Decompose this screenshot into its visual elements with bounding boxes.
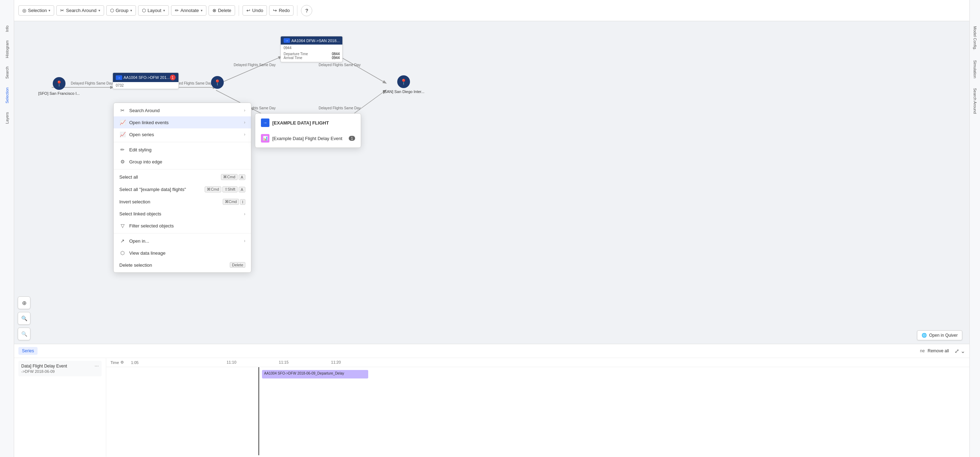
menu-edit-styling-label: Edit styling: [129, 147, 151, 152]
submenu-flight-delay-icon: 📊: [261, 134, 269, 143]
open-series-chevron-icon: ›: [244, 132, 245, 137]
bottom-panel-body: Data] Flight Delay Event ⋯ ->DFW 2018-06…: [14, 358, 969, 457]
search-around-button[interactable]: ✂ Search Around ▾: [56, 5, 104, 16]
sidebar-item-histogram[interactable]: Histogram: [2, 36, 12, 62]
annotate-button[interactable]: ✏ Annotate ▾: [171, 5, 207, 16]
sidebar-item-layers[interactable]: Layers: [2, 108, 12, 128]
menu-item-select-all-type[interactable]: Select all "[example data] flights" ⌘Cmd…: [114, 183, 251, 195]
series-item-menu-icon[interactable]: ⋯: [94, 363, 99, 368]
redo-button[interactable]: ↪ Redo: [269, 5, 293, 16]
menu-view-lineage-label: View data lineage: [129, 251, 165, 256]
sidebar-item-selection[interactable]: Selection: [2, 83, 12, 108]
edge-label-6: Delayed Flights Same Day: [319, 106, 360, 110]
zoom-out-icon: 🔍: [21, 331, 27, 337]
aa1064-node[interactable]: → AA1064 DFW->SAN 2018... 0944 Departure…: [280, 36, 343, 62]
panel-expand-icon[interactable]: ⤢: [955, 348, 959, 354]
menu-divider-1: [114, 142, 251, 142]
selection-label: Selection: [28, 8, 47, 13]
submenu-title-label: [EXAMPLE DATA] FLIGHT: [272, 120, 329, 125]
toolbar: ◎ Selection ▾ ✂ Search Around ▾ ⬡ Group …: [14, 0, 980, 21]
menu-item-group-edge[interactable]: ⚙ Group into edge: [114, 156, 251, 168]
timeline-time-1: 1:05: [131, 360, 138, 365]
zoom-out-button[interactable]: 🔍: [18, 327, 30, 340]
menu-item-select-linked[interactable]: Select linked objects ›: [114, 208, 251, 220]
sfo-marker: 📍: [53, 77, 65, 90]
sidebar-item-search[interactable]: Search: [2, 62, 12, 83]
menu-item-filter-selected[interactable]: ▽ Filter selected objects: [114, 220, 251, 232]
selection-button[interactable]: ◎ Selection ▾: [18, 5, 54, 16]
search-around-menu-icon: ✂: [119, 108, 126, 113]
timeline-time-3: 11:15: [279, 360, 289, 364]
open-quiver-button[interactable]: 🌐 Open in Quiver: [917, 330, 962, 340]
delete-label: Delete: [218, 8, 232, 13]
left-controls: ⊕ 🔍 🔍: [18, 297, 30, 340]
undo-button[interactable]: ↩ Undo: [242, 5, 267, 16]
help-button[interactable]: ?: [301, 5, 312, 16]
layout-chevron-icon: ▾: [163, 8, 165, 13]
select-tool-button[interactable]: ⊕: [18, 297, 30, 309]
submenu-title-icon: →: [261, 119, 269, 127]
sfo-node[interactable]: 📍 [SFO] San Francisco I...: [38, 77, 80, 95]
menu-delete-selection-label: Delete selection: [119, 262, 152, 268]
menu-item-invert-selection[interactable]: Invert selection ⌘Cmd I: [114, 195, 251, 208]
selection-icon: ◎: [22, 8, 26, 13]
menu-item-search-around[interactable]: ✂ Search Around ›: [114, 104, 251, 116]
group-button[interactable]: ⬡ Group ▾: [106, 5, 136, 16]
menu-item-open-series[interactable]: 📈 Open series ›: [114, 129, 251, 140]
submenu-item-flight-delay[interactable]: 📊 [Example Data] Flight Delay Event 1: [255, 130, 361, 146]
menu-divider-2: [114, 169, 251, 170]
submenu-popup: → [EXAMPLE DATA] FLIGHT 📊 [Example Data]…: [255, 113, 361, 148]
series-list-item[interactable]: Data] Flight Delay Event ⋯ ->DFW 2018-06…: [18, 361, 102, 376]
layout-icon: ⬡: [142, 8, 146, 13]
menu-search-around-label: Search Around: [129, 108, 160, 113]
group-chevron-icon: ▾: [130, 8, 132, 13]
series-tab[interactable]: Series: [18, 347, 38, 355]
sfo-label: [SFO] San Francisco I...: [38, 91, 80, 95]
submenu-title: → [EXAMPLE DATA] FLIGHT: [255, 115, 361, 130]
menu-item-open-linked[interactable]: 📈 Open linked events ›: [114, 116, 251, 129]
timeline-body[interactable]: AA1004 SFO->DFW 2018-06-09_Departure_Del…: [106, 367, 969, 455]
menu-item-select-all[interactable]: Select all ⌘Cmd A: [114, 171, 251, 183]
context-menu: ✂ Search Around › 📈 Open linked events ›…: [113, 103, 251, 273]
sidebar-item-info[interactable]: Info: [2, 21, 12, 36]
group-icon: ⬡: [110, 8, 114, 13]
aa1064-sub: 0944: [281, 44, 342, 51]
layout-label: Layout: [148, 8, 161, 13]
select-linked-chevron-icon: ›: [244, 211, 245, 216]
select-tool-icon: ⊕: [22, 300, 27, 306]
aa1064-arr-value: 0944: [332, 56, 339, 60]
open-linked-icon: 📈: [119, 119, 126, 125]
panel-collapse-icon[interactable]: ⌄: [961, 348, 965, 354]
menu-item-view-lineage[interactable]: ⬡ View data lineage: [114, 247, 251, 259]
time-settings-icon[interactable]: ⚙: [120, 360, 124, 365]
sidebar-item-simulation[interactable]: Simulation: [970, 55, 980, 83]
zoom-in-button[interactable]: 🔍: [18, 312, 30, 325]
select-all-shortcut: ⌘Cmd A: [221, 174, 245, 180]
open-in-icon: ↗: [119, 238, 126, 244]
a-key: A: [239, 175, 245, 180]
menu-divider-3: [114, 233, 251, 233]
aa1004-node[interactable]: → AA1004 SFO->DFW 201... 1 0732: [113, 73, 179, 89]
san-label: [SAN] San Diego Inter...: [383, 89, 425, 94]
sidebar-item-search-around[interactable]: Search Around: [970, 83, 980, 119]
san-node[interactable]: 📍 [SAN] San Diego Inter...: [383, 75, 425, 94]
menu-filter-selected-label: Filter selected objects: [129, 223, 174, 228]
a-key-2: A: [239, 187, 245, 192]
delete-button[interactable]: ⊗ Delete: [208, 5, 235, 16]
menu-open-series-label: Open series: [129, 132, 154, 137]
aa1064-dep-label: Departure Time: [283, 52, 308, 56]
timeline-time-4: 11:20: [331, 360, 341, 364]
remove-all-button[interactable]: Remove all: [928, 348, 949, 353]
menu-item-open-in[interactable]: ↗ Open in... ›: [114, 235, 251, 247]
menu-item-edit-styling[interactable]: ✏ Edit styling: [114, 144, 251, 156]
annotate-label: Annotate: [181, 8, 199, 13]
menu-item-delete-selection[interactable]: Delete selection Delete: [114, 259, 251, 271]
mid-node[interactable]: 📍: [211, 76, 224, 89]
selection-chevron-icon: ▾: [48, 8, 50, 13]
annotate-icon: ✏: [175, 8, 179, 13]
timeline-bar[interactable]: AA1004 SFO->DFW 2018-06-09_Departure_Del…: [262, 370, 368, 378]
layout-button[interactable]: ⬡ Layout ▾: [138, 5, 169, 16]
sidebar-item-model-config[interactable]: Model Config.: [970, 21, 980, 55]
menu-group-edge-label: Group into edge: [129, 159, 162, 165]
time-label: Time: [110, 360, 119, 365]
